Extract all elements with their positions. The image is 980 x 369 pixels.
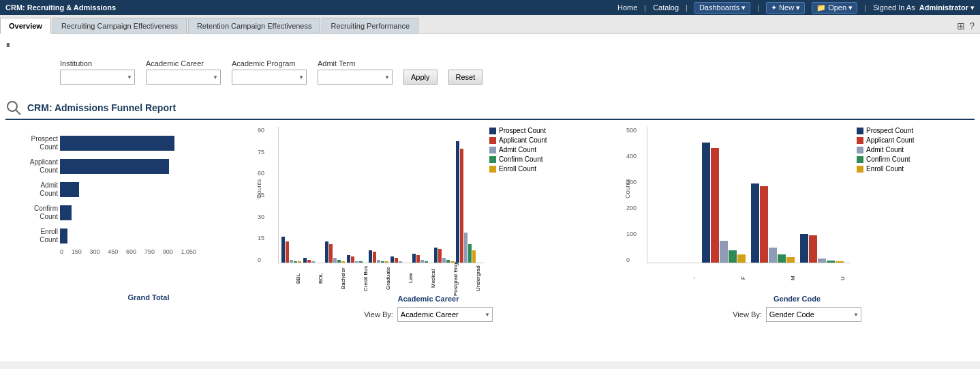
vbar-bar [303,258,307,263]
vbar-bar [438,249,442,263]
vbar-bar [395,258,398,263]
grid-icon[interactable]: ⊞ [957,20,965,31]
vbar-bar [836,261,844,263]
vbar2-wrapper: 0100200300400500 Counts -FMU [647,127,851,292]
vbar-bar [468,244,472,263]
academic-program-label: Academic Program [232,59,307,68]
vbar2-viewby-label: View By: [733,310,762,319]
home-link[interactable]: Home [617,3,637,12]
tabs: Overview Recruiting Campaign Effectivene… [0,18,420,33]
vbar-group [412,254,432,263]
admit-term-filter: Admit Term [318,59,393,85]
vbar2-chart-section: 0100200300400500 Counts -FMU Prospect Co… [619,127,975,322]
vbar-bar [827,261,835,263]
help-icon[interactable]: ? [969,20,975,31]
vbar-bar [286,241,289,263]
vbar-bar [355,261,358,263]
vbar-bar [290,260,293,263]
hbar-bar [60,205,72,220]
vbar-bar [369,250,372,263]
tab-bar: Overview Recruiting Campaign Effectivene… [0,15,980,34]
vbar1-title: Academic Career [251,295,606,303]
reset-button[interactable]: Reset [448,70,483,85]
vbar-bar [425,261,428,263]
vbar-x-label: BOL [303,265,324,292]
vbar2-legend: Prospect CountApplicant CountAdmit Count… [857,127,915,173]
hbar-row: Prospect Count [60,134,237,153]
vbar-x-label: Medical [416,265,436,292]
hbar-chart-section: Prospect CountApplicant CountAdmit Count… [5,127,237,301]
open-btn[interactable]: 📁 Open ▾ [812,2,857,14]
vbar-bar [281,237,285,263]
academic-career-label: Academic Career [146,59,221,68]
vbar-bar [442,258,446,263]
vbar-bar [373,252,376,263]
catalog-link[interactable]: Catalog [653,3,679,12]
new-btn[interactable]: ✦ New ▾ [766,2,805,14]
vbar-x-label: Credit Bus [348,265,369,292]
tab-bar-actions: ⊞ ? [957,18,980,33]
hbar-bar [60,228,67,243]
tab-retention-campaign[interactable]: Retention Campaign Effectiveness [188,18,321,33]
vbar-bar [446,260,450,263]
dashboards-btn[interactable]: Dashboards ▾ [694,2,750,14]
vbar-bar [377,260,380,263]
hbar-row: Admit Count [60,180,237,199]
vbar-bar [751,183,759,263]
academic-career-select[interactable] [146,70,221,85]
vbar2-y-label: Counts [624,179,631,198]
vbar1-chart-section: 0153045607590 Counts BBLBOLBachelorCredi… [251,127,606,322]
legend-item: Confirm Count [857,156,915,163]
legend-item: Applicant Count [857,136,915,144]
vbar-group [702,143,746,263]
vbar1-legend: Prospect CountApplicant CountAdmit Count… [489,127,547,173]
vbar-bar [391,256,394,263]
collapse-icon[interactable]: ∎ [5,40,11,49]
legend-item: Admit Count [489,146,547,153]
vbar-bar [702,143,710,263]
vbar-group [751,183,795,263]
vbar-x-label: U [801,265,846,292]
institution-select[interactable] [60,70,135,85]
signed-in-label: Signed In As Administrator ▾ [873,3,975,12]
content-area: ∎ Institution Academic Career Academic P… [0,34,980,361]
vbar-group [303,258,323,263]
vbar-bar [298,261,301,263]
report-header: CRM: Admissions Funnel Report [5,95,975,120]
vbar-bar [456,141,459,263]
vbar-bar [711,148,719,263]
legend-item: Prospect Count [489,127,547,134]
hbar-title: Grand Total [60,293,237,301]
vbar-bar [347,255,350,263]
vbar1-wrapper: 0153045607590 Counts BBLBOLBachelorCredi… [278,127,484,292]
vbar-bar [737,254,746,263]
vbar1-viewby-select[interactable]: Academic Career [397,307,493,322]
svg-point-0 [7,102,17,111]
academic-program-select[interactable] [232,70,307,85]
admit-term-select[interactable] [318,70,393,85]
report-search-icon [5,100,22,116]
tab-recruiting-campaign[interactable]: Recruiting Campaign Effectiveness [52,18,187,33]
vbar-bar [333,258,337,263]
vbar-x-label: BBL [281,265,301,292]
vbar-x-label: M [752,265,796,292]
hbar-row: Applicant Count [60,157,237,176]
tab-recruiting-performance[interactable]: Recruiting Performance [322,18,418,33]
vbar-bar [351,256,354,263]
legend-item: Enroll Count [857,165,915,173]
vbar-bar [786,257,795,263]
vbar-bar [337,260,341,263]
report-title: CRM: Admissions Funnel Report [27,102,176,113]
tab-overview[interactable]: Overview [0,18,51,34]
vbar1-y-label: Counts [256,179,262,198]
vbar-group [800,234,844,263]
vbar-group [281,237,301,263]
vbar-group [369,250,388,263]
svg-line-1 [16,110,20,115]
legend-item: Prospect Count [857,127,915,134]
vbar2-viewby-select[interactable]: Gender Code [766,307,861,322]
institution-filter: Institution [60,59,135,85]
apply-button[interactable]: Apply [403,70,438,85]
hbar-bar [60,136,174,151]
vbar-bar [464,233,468,263]
